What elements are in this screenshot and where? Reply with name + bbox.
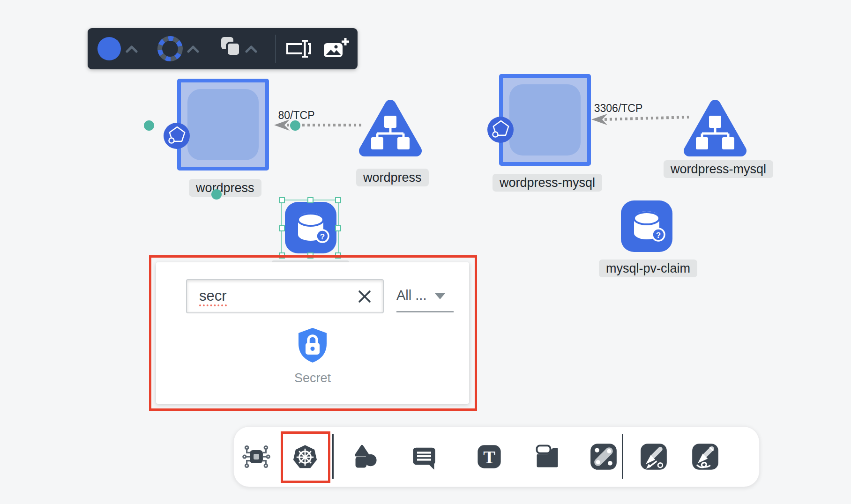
circuit-diagram-tool-button[interactable] xyxy=(242,443,270,471)
result-item-secret[interactable]: Secret xyxy=(289,323,336,393)
connector-icon xyxy=(590,444,617,470)
search-input-value: secr xyxy=(199,288,227,304)
deployment-inner-shape xyxy=(509,84,581,156)
resize-handle-e[interactable] xyxy=(335,225,341,231)
select-underline xyxy=(396,311,454,312)
chevron-down-icon[interactable] xyxy=(435,293,445,299)
type-filter-select[interactable]: All ... xyxy=(396,288,426,303)
comment-icon xyxy=(413,448,435,470)
resource-palette-popup: secr All ... Secret xyxy=(156,262,469,404)
node-wordpress-mysql-service[interactable] xyxy=(682,96,748,162)
frame-icon xyxy=(537,445,557,466)
resize-handle-nw[interactable] xyxy=(279,197,285,203)
edge-label: 3306/TCP xyxy=(591,102,645,115)
svg-text:?: ? xyxy=(656,231,661,240)
text-tool-button[interactable]: T xyxy=(475,443,503,471)
rename-icon xyxy=(283,37,313,60)
edge-label: 80/TCP xyxy=(274,109,319,122)
clear-search-button[interactable] xyxy=(357,289,373,304)
add-image-button[interactable] xyxy=(321,36,351,62)
node-label-wordpress-service[interactable]: wordpress xyxy=(356,169,429,186)
kubernetes-tool-button[interactable] xyxy=(291,443,319,471)
canvas[interactable]: 80/TCP wordpress wordpress 3306/TCP word xyxy=(0,0,851,504)
text-icon: T xyxy=(478,445,500,468)
stroke-style-button[interactable] xyxy=(156,35,184,63)
pod-badge-icon xyxy=(487,117,514,143)
node-wordpress-service[interactable] xyxy=(358,96,423,162)
connection-handle[interactable] xyxy=(290,120,300,131)
freehand-pencil-icon xyxy=(692,444,718,470)
secret-shield-icon xyxy=(296,327,329,363)
resize-handle-w[interactable] xyxy=(279,225,285,231)
deployment-inner-shape xyxy=(187,89,259,160)
chevron-up-icon[interactable] xyxy=(187,45,199,53)
pen-connection-icon xyxy=(641,444,667,470)
add-image-icon xyxy=(321,36,351,62)
toolbar-divider xyxy=(275,35,276,63)
fill-color-button[interactable] xyxy=(97,37,121,60)
node-label-wordpress-deployment[interactable]: wordpress xyxy=(189,179,261,197)
chevron-up-icon[interactable] xyxy=(245,45,257,53)
svg-text:T: T xyxy=(483,447,495,467)
connection-handle[interactable] xyxy=(211,189,222,200)
result-label: Secret xyxy=(289,371,336,385)
node-label-wordpress-mysql-service[interactable]: wordpress-mysql xyxy=(664,160,773,178)
kubernetes-icon xyxy=(293,445,317,468)
shapes-icon xyxy=(356,446,377,468)
toolbar-divider xyxy=(622,434,623,479)
resize-handle-n[interactable] xyxy=(307,197,314,203)
node-label-mysql-pv-claim[interactable]: mysql-pv-claim xyxy=(599,259,697,277)
comment-tool-button[interactable] xyxy=(410,443,438,471)
duplicate-style-icon xyxy=(219,36,245,61)
resource-search-input[interactable]: secr xyxy=(186,279,384,313)
circuit-diagram-icon xyxy=(243,446,269,467)
chevron-up-icon[interactable] xyxy=(126,45,138,53)
node-wordpress-deployment[interactable] xyxy=(177,79,269,170)
node-label-wordpress-mysql-deployment[interactable]: wordpress-mysql xyxy=(493,174,602,192)
duplicate-style-button[interactable] xyxy=(219,36,245,61)
pen-connection-tool-button[interactable] xyxy=(640,443,668,471)
toolbar-divider xyxy=(332,434,334,479)
shapes-tool-button[interactable] xyxy=(351,443,380,471)
stroke-style-icon xyxy=(156,35,184,63)
pvc-database-icon: ? xyxy=(621,200,672,252)
rename-button[interactable] xyxy=(283,37,313,60)
service-triangle-icon xyxy=(358,96,423,162)
resize-handle-ne[interactable] xyxy=(335,197,341,203)
connector-tool-button[interactable] xyxy=(590,443,618,471)
style-toolbar xyxy=(88,28,358,69)
node-mysql-pv-claim[interactable]: ? xyxy=(621,200,672,252)
service-triangle-icon xyxy=(682,96,748,162)
frame-tool-button[interactable] xyxy=(533,443,561,471)
pod-badge-icon xyxy=(164,123,190,149)
freehand-pencil-tool-button[interactable] xyxy=(691,443,719,471)
selection-box xyxy=(281,200,339,256)
connection-handle[interactable] xyxy=(144,120,154,131)
